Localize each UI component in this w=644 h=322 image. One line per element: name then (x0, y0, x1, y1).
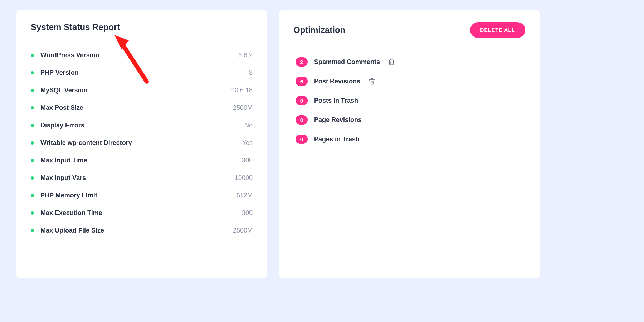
count-badge: 6 (296, 77, 308, 86)
status-ok-dot-icon (31, 159, 34, 162)
status-row: Display Errors No (31, 117, 253, 134)
status-label: MySQL Version (40, 87, 88, 94)
status-value: 512M (236, 192, 253, 199)
optimization-row: 6 Post Revisions (296, 72, 525, 91)
count-badge: 2 (296, 57, 308, 67)
status-value: Yes (242, 139, 253, 147)
optimization-label: Spammed Comments (314, 58, 380, 66)
optimization-label: Post Revisions (314, 78, 360, 85)
status-ok-dot-icon (31, 194, 34, 197)
status-label: Max Execution Time (40, 209, 102, 217)
trash-icon[interactable] (388, 58, 395, 65)
optimization-label: Page Revisions (314, 116, 362, 124)
status-label: WordPress Version (40, 52, 99, 59)
status-label: Writable wp-content Directory (40, 139, 132, 147)
status-ok-dot-icon (31, 89, 34, 92)
status-label: Max Upload File Size (40, 227, 104, 234)
status-row: WordPress Version 6.6.2 (31, 47, 253, 64)
status-label: Max Input Time (40, 157, 87, 164)
optimization-label: Posts in Trash (314, 97, 358, 104)
optimization-list: 2 Spammed Comments 6 Post Revisions 0 Po… (293, 52, 525, 149)
status-label: Max Input Vars (40, 174, 86, 182)
status-ok-dot-icon (31, 229, 34, 232)
optimization-title: Optimization (293, 25, 345, 35)
status-ok-dot-icon (31, 124, 34, 127)
status-value: No (244, 122, 253, 129)
status-label: Max Post Size (40, 104, 83, 112)
count-badge: 0 (296, 115, 308, 125)
system-status-card: System Status Report WordPress Version 6… (16, 10, 267, 278)
status-value: 10000 (235, 174, 253, 182)
status-row: MySQL Version 10.6.18 (31, 82, 253, 99)
status-value: 300 (242, 157, 253, 164)
status-value: 2500M (233, 104, 253, 112)
status-row: PHP Version 8 (31, 64, 253, 82)
optimization-card: Optimization DELETE ALL 2 Spammed Commen… (279, 10, 540, 278)
count-badge: 0 (296, 96, 308, 105)
status-row: Max Upload File Size 2500M (31, 222, 253, 239)
status-ok-dot-icon (31, 71, 34, 74)
status-value: 2500M (233, 227, 253, 234)
status-ok-dot-icon (31, 141, 34, 145)
status-label: PHP Memory Limit (40, 192, 97, 199)
status-ok-dot-icon (31, 176, 34, 180)
trash-icon[interactable] (368, 78, 375, 85)
status-label: Display Errors (40, 122, 84, 129)
status-row: Writable wp-content Directory Yes (31, 134, 253, 152)
status-list: WordPress Version 6.6.2 PHP Version 8 My… (31, 47, 253, 239)
status-value: 300 (242, 209, 253, 217)
status-row: Max Input Vars 10000 (31, 169, 253, 187)
delete-all-button[interactable]: DELETE ALL (470, 22, 525, 38)
status-ok-dot-icon (31, 54, 34, 57)
status-ok-dot-icon (31, 106, 34, 109)
system-status-title: System Status Report (31, 22, 253, 32)
count-badge: 0 (296, 135, 308, 144)
status-value: 8 (249, 69, 253, 77)
status-ok-dot-icon (31, 211, 34, 215)
status-value: 6.6.2 (238, 52, 253, 59)
status-label: PHP Version (40, 69, 79, 77)
optimization-label: Pages in Trash (314, 136, 360, 143)
status-row: Max Post Size 2500M (31, 99, 253, 117)
optimization-row: 2 Spammed Comments (296, 52, 525, 72)
status-row: PHP Memory Limit 512M (31, 187, 253, 204)
optimization-row: 0 Pages in Trash (296, 130, 525, 149)
optimization-row: 0 Page Revisions (296, 110, 525, 130)
status-row: Max Execution Time 300 (31, 204, 253, 222)
status-value: 10.6.18 (231, 87, 253, 94)
optimization-row: 0 Posts in Trash (296, 91, 525, 110)
status-row: Max Input Time 300 (31, 152, 253, 169)
